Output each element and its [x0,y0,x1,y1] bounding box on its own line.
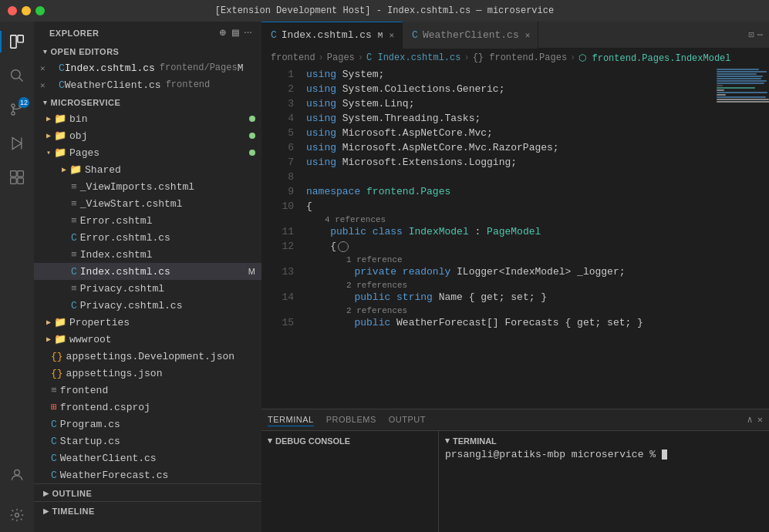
pages-label: Pages [69,147,99,159]
tab-index-cshtml[interactable]: C Index.cshtml.cs M ✕ [261,22,403,49]
sidebar-item-startup[interactable]: C Startup.cs [34,433,261,450]
properties-folder-icon: 📁 [54,316,66,328]
bc-pages[interactable]: Pages [327,52,355,63]
bin-badge [249,116,255,122]
window-controls[interactable] [8,6,45,15]
svg-point-4 [12,112,15,115]
terminal-body: ▾ DEBUG CONSOLE ▾ TERMINAL prsangli@prat… [261,431,769,532]
sidebar-item-appsettings-dev[interactable]: {} appsettings.Development.json [34,348,261,365]
close-button[interactable] [8,6,17,15]
code-line-9: namespace frontend.Pages [306,184,715,199]
editor-area: C Index.cshtml.cs M ✕ C WeatherClient.cs… [261,22,769,532]
terminal-caret: ▾ [445,436,450,446]
sidebar-item-program[interactable]: C Program.cs [34,416,261,433]
timeline-section[interactable]: ▶ TIMELINE [34,501,261,519]
close-index-icon[interactable]: ✕ [40,63,59,73]
run-activity-icon[interactable] [0,126,34,160]
sidebar-item-csproj[interactable]: ⊞ frontend.csproj [34,399,261,416]
bc-file[interactable]: C Index.cshtml.cs [366,52,460,63]
terminal-tab-terminal[interactable]: TERMINAL [268,413,314,426]
code-line-4: using System.Threading.Tasks; [306,111,715,126]
more-editor-icon[interactable]: ⋯ [757,29,763,41]
weather-file-path: frontend [166,79,211,90]
sidebar-item-shared[interactable]: ▶ 📁 Shared [34,161,261,178]
ref-hint-4: 4 references [306,214,715,224]
open-editors-label: OPEN EDITORS [51,47,120,56]
maximize-button[interactable] [35,6,45,15]
terminal-collapse-icon[interactable]: ∧ [747,414,753,426]
bc-class[interactable]: ⬡ frontend.Pages.IndexModel [578,52,730,64]
tab-index-close[interactable]: ✕ [387,29,396,42]
sidebar-item-error-cs[interactable]: C Error.cshtml.cs [34,229,261,246]
terminal-cursor [662,450,667,460]
sidebar-item-error-cshtml[interactable]: ≡ Error.cshtml [34,212,261,229]
minimize-button[interactable] [22,6,31,15]
terminal-close-icon[interactable]: ✕ [757,414,763,426]
sidebar-item-appsettings[interactable]: {} appsettings.json [34,365,261,382]
account-activity-icon[interactable] [0,458,34,492]
sidebar-item-weatherclient[interactable]: C WeatherClient.cs [34,450,261,466]
bc-namespace[interactable]: {} frontend.Pages [473,52,567,63]
error-cshtml-icon: ≡ [71,215,77,227]
code-line-15: public WeatherForecast[] Forecasts { get… [306,315,715,330]
sidebar-item-wwwroot[interactable]: ▶ 📁 wwwroot [34,331,261,348]
tab-weather-client[interactable]: C WeatherClient.cs ✕ [403,22,538,49]
ref-hint-2a: 2 references [306,279,715,290]
close-weather-icon[interactable]: ✕ [40,80,59,90]
open-editor-weather[interactable]: ✕ C WeatherClient.cs frontend [34,76,261,93]
microservice-section[interactable]: ▾ MICROSERVICE [34,93,261,110]
search-activity-icon[interactable] [0,59,34,93]
terminal-panel: TERMINAL PROBLEMS OUTPUT ∧ ✕ ▾ DEBUG CON… [261,409,769,532]
sidebar-item-properties[interactable]: ▶ 📁 Properties [34,314,261,331]
open-editors-section[interactable]: ▾ OPEN EDITORS [34,42,261,59]
sidebar-item-pages[interactable]: ▾ 📁 Pages [34,144,261,161]
sidebar-item-privacy-cs[interactable]: C Privacy.cshtml.cs [34,297,261,314]
terminal-tab-output[interactable]: OUTPUT [389,413,426,426]
sidebar-item-bin[interactable]: ▶ 📁 bin [34,110,261,127]
error-cs-label: Error.cshtml.cs [80,232,170,244]
more-actions-icon[interactable]: ··· [244,28,252,38]
code-line-7: using Microsoft.Extensions.Logging; [306,155,715,170]
sidebar-item-privacy-cshtml[interactable]: ≡ Privacy.cshtml [34,280,261,297]
code-line-5: using Microsoft.AspNetCore.Mvc; [306,126,715,140]
sidebar-item-viewstart[interactable]: ≡ _ViewStart.cshtml [34,195,261,212]
svg-rect-12 [18,178,24,184]
open-editor-index[interactable]: ✕ C Index.cshtml.cs frontend/Pages M [34,59,261,76]
sidebar-item-viewimports[interactable]: ≡ _ViewImports.cshtml [34,178,261,195]
tab-index-label: Index.cshtml.cs [282,29,372,41]
terminal-right[interactable]: ▾ TERMINAL prsangli@pratiks-mbp microser… [439,431,769,532]
sidebar-item-obj[interactable]: ▶ 📁 obj [34,127,261,144]
index-cshtml-icon: ≡ [71,249,77,261]
new-file-icon[interactable]: ⊕ [219,28,227,38]
outline-section[interactable]: ▶ OUTLINE [34,483,261,501]
new-folder-icon[interactable]: ▤ [231,28,240,38]
appsettings-label: appsettings.json [66,368,163,379]
source-control-activity-icon[interactable]: 12 [0,93,34,126]
settings-activity-icon[interactable] [0,498,34,532]
sidebar-item-frontend[interactable]: ≡ frontend [34,382,261,399]
split-editor-icon[interactable]: ⊡ [749,29,754,41]
tab-index-icon: C [271,29,277,41]
shared-chevron-icon: ▶ [62,165,66,174]
terminal-tab-problems[interactable]: PROBLEMS [326,413,376,426]
terminal-prompt: prsangli@pratiks-mbp microservice % [445,449,662,460]
program-icon: C [51,419,57,430]
pages-folder-icon: 📁 [54,146,66,159]
sidebar-item-index-cs[interactable]: C Index.cshtml.cs M [34,263,261,280]
tab-weather-close[interactable]: ✕ [524,29,532,42]
weatherforecast-label: WeatherForecast.cs [60,470,168,481]
code-content[interactable]: using System; using System.Collections.G… [300,67,715,409]
index-cs-label: Index.cshtml.cs [80,266,170,278]
debug-console-label: DEBUG CONSOLE [275,436,350,446]
explorer-activity-icon[interactable] [0,25,34,59]
bin-folder-icon: 📁 [54,113,66,125]
index-cshtml-label: Index.cshtml [80,249,153,261]
svg-rect-9 [11,171,17,177]
tab-bar: C Index.cshtml.cs M ✕ C WeatherClient.cs… [261,22,769,49]
extensions-activity-icon[interactable] [0,160,34,194]
bc-frontend[interactable]: frontend [271,52,315,63]
sidebar-item-index-cshtml[interactable]: ≡ Index.cshtml [34,246,261,263]
weather-file-icon: C [59,79,65,91]
sidebar-item-weatherforecast[interactable]: C WeatherForecast.cs [34,466,261,483]
tab-weather-icon: C [412,29,418,41]
